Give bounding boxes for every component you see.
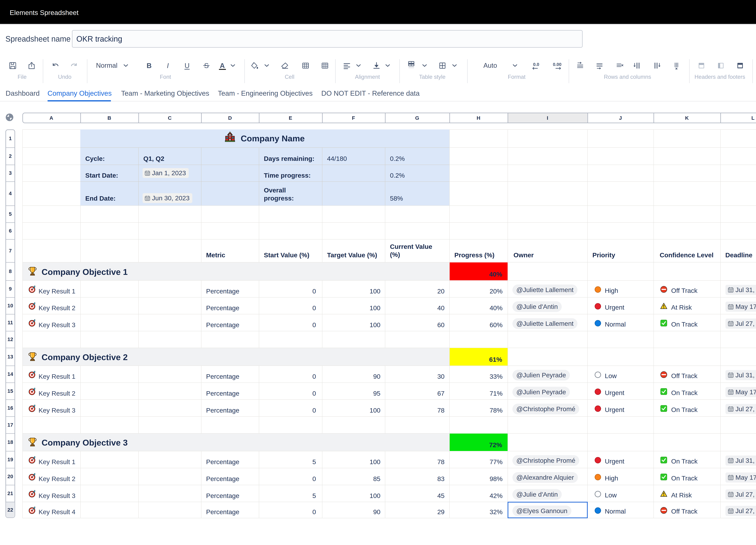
svg-text:0.0: 0.0 bbox=[533, 62, 539, 67]
svg-text:0.00: 0.00 bbox=[553, 62, 561, 67]
